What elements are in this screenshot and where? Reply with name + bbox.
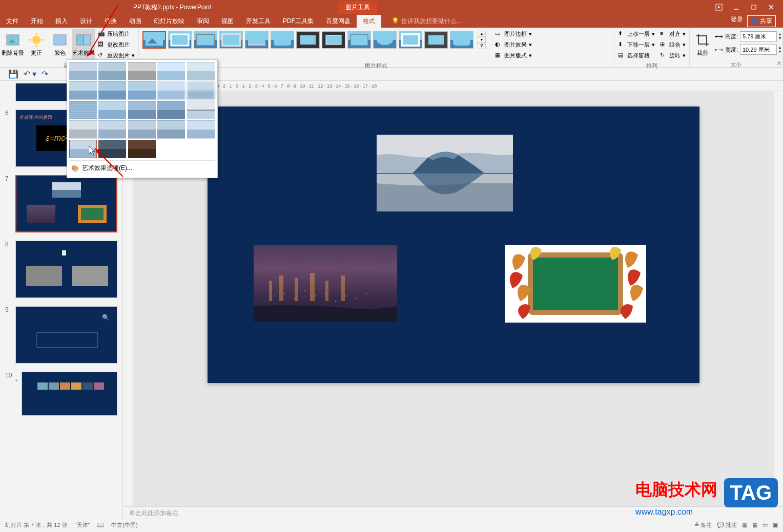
art-effect-none[interactable] (69, 62, 97, 80)
style-thumb-11[interactable] (399, 31, 422, 49)
language-indicator[interactable]: 中文(中国) (111, 521, 137, 529)
art-effect-paint-brush[interactable] (128, 81, 156, 100)
color-button[interactable]: 颜色 (49, 29, 71, 59)
tab-transitions[interactable]: 切换 (98, 15, 123, 28)
art-effect-watercolor[interactable] (98, 101, 126, 119)
gallery-down-button[interactable]: ▾ (478, 37, 486, 43)
corrections-button[interactable]: 更正 (25, 29, 48, 59)
tab-home[interactable]: 开始 (25, 15, 49, 28)
artistic-effects-button[interactable]: 艺术效果 (72, 29, 95, 59)
slide-thumb-9[interactable]: 🔍 (15, 306, 117, 364)
tab-animations[interactable]: 动画 (123, 15, 148, 28)
style-thumb-2[interactable] (168, 31, 192, 49)
style-thumb-5[interactable] (245, 31, 269, 49)
group-button[interactable]: ⊞组合 ▾ (658, 39, 688, 50)
slideshow-view-button[interactable]: ▣ (773, 522, 778, 528)
slide-thumb-8[interactable] (15, 241, 117, 298)
spell-check-icon[interactable]: 📖 (97, 522, 104, 528)
redo-button[interactable]: ↷ (42, 69, 48, 79)
width-spinner[interactable]: ▴▾ (779, 46, 781, 54)
art-effect-pencil-sketch[interactable] (157, 62, 185, 80)
style-thumb-8[interactable] (322, 31, 345, 49)
slide-thumb-7[interactable] (15, 175, 117, 232)
slide-image-board[interactable] (505, 245, 646, 323)
art-effect-glass[interactable] (187, 101, 215, 119)
art-effect-pastels[interactable] (157, 120, 185, 139)
slide-image-mountain[interactable] (377, 135, 513, 211)
art-effect-chalk[interactable] (69, 81, 97, 100)
art-effect-texturizer[interactable] (98, 120, 126, 139)
remove-background-button[interactable]: 删除背景 (2, 29, 24, 59)
slide-image-city[interactable] (254, 245, 397, 322)
height-input[interactable] (740, 31, 777, 41)
collapse-ribbon-button[interactable]: ᐱ (777, 60, 781, 66)
style-thumb-13[interactable] (450, 31, 473, 49)
art-effect-cement[interactable] (69, 120, 97, 139)
tell-me-input[interactable]: 💡 告诉我您想要做什么... (392, 17, 462, 26)
slide-thumb-10[interactable] (22, 372, 117, 416)
art-effect-plastic-wrap[interactable] (187, 120, 215, 139)
maximize-button[interactable] (746, 2, 761, 12)
comments-button[interactable]: 💬 批注 (717, 521, 737, 529)
picture-border-button[interactable]: ▭图片边框 ▾ (493, 29, 534, 39)
art-effect-mosaic[interactable] (157, 101, 185, 119)
undo-button[interactable]: ↶ ▾ (24, 69, 36, 79)
style-thumb-3[interactable] (194, 31, 217, 49)
style-thumb-7[interactable] (296, 31, 320, 49)
vertical-scrollbar[interactable] (774, 91, 783, 506)
art-effect-light-screen[interactable] (69, 101, 97, 119)
gallery-more-button[interactable]: ⊽ (478, 43, 486, 49)
tab-developer[interactable]: 开发工具 (240, 15, 277, 28)
tab-slideshow[interactable]: 幻灯片放映 (148, 15, 191, 28)
reading-view-button[interactable]: ▭ (763, 522, 768, 528)
art-effect-marker[interactable] (98, 62, 126, 80)
save-button[interactable]: 💾 (8, 69, 18, 79)
notes-button[interactable]: ≜ 备注 (694, 521, 712, 529)
height-spinner[interactable]: ▴▾ (779, 32, 781, 40)
tab-review[interactable]: 审阅 (191, 15, 215, 28)
style-thumb-10[interactable] (373, 31, 397, 49)
tab-insert[interactable]: 插入 (49, 15, 74, 28)
width-input[interactable] (740, 45, 777, 55)
selection-pane-button[interactable]: ▤选择窗格 (616, 50, 657, 60)
art-effect-crisscross[interactable] (128, 120, 156, 139)
art-effect-glow-edges[interactable] (128, 140, 156, 158)
artistic-options-button[interactable]: 🎨 艺术效果选项(E)... (69, 160, 215, 176)
align-button[interactable]: ≡对齐 ▾ (658, 29, 688, 39)
art-effect-glow-diffused[interactable] (157, 81, 185, 100)
picture-layout-button[interactable]: ▦图片版式 ▾ (493, 50, 534, 60)
picture-effects-button[interactable]: ◐图片效果 ▾ (493, 39, 534, 50)
gallery-up-button[interactable]: ▴ (478, 31, 486, 37)
tab-baidu[interactable]: 百度网盘 (320, 15, 357, 28)
ribbon-display-button[interactable] (711, 2, 727, 12)
minimize-button[interactable] (729, 2, 744, 12)
bring-forward-button[interactable]: ⬆上移一层 ▾ (616, 29, 657, 39)
change-picture-button[interactable]: 🖼更改图片 (96, 39, 137, 50)
tab-view[interactable]: 视图 (215, 15, 240, 28)
close-button[interactable] (764, 2, 779, 12)
style-thumb-4[interactable] (219, 31, 243, 49)
art-effect-photocopy[interactable] (98, 140, 126, 158)
tab-format[interactable]: 格式 (357, 15, 381, 28)
picture-styles-gallery[interactable]: ▴ ▾ ⊽ (140, 29, 488, 51)
login-button[interactable]: 登录 (731, 15, 743, 27)
sorter-view-button[interactable]: ▦ (752, 522, 757, 528)
crop-button[interactable]: 裁剪 (691, 29, 714, 59)
art-effect-line-drawing[interactable] (187, 62, 215, 80)
art-effect-blur[interactable] (187, 81, 215, 100)
rotate-button[interactable]: ↻旋转 ▾ (658, 50, 688, 60)
style-thumb-9[interactable] (347, 31, 371, 49)
art-effect-paint-strokes[interactable] (98, 81, 126, 100)
reset-picture-button[interactable]: ↺重设图片 ▾ (96, 50, 137, 60)
style-thumb-6[interactable] (271, 31, 294, 49)
style-thumb-1[interactable] (142, 31, 166, 49)
send-backward-button[interactable]: ⬇下移一层 ▾ (616, 39, 657, 50)
normal-view-button[interactable]: ▦ (742, 522, 747, 528)
tab-design[interactable]: 设计 (74, 15, 98, 28)
share-button[interactable]: 👤 共享 (747, 15, 776, 27)
style-thumb-12[interactable] (424, 31, 448, 49)
art-effect-pencil-gray[interactable] (128, 62, 156, 80)
tab-file[interactable]: 文件 (0, 15, 25, 28)
compress-picture-button[interactable]: 📷压缩图片 (96, 29, 137, 39)
art-effect-film-grain[interactable] (128, 101, 156, 119)
